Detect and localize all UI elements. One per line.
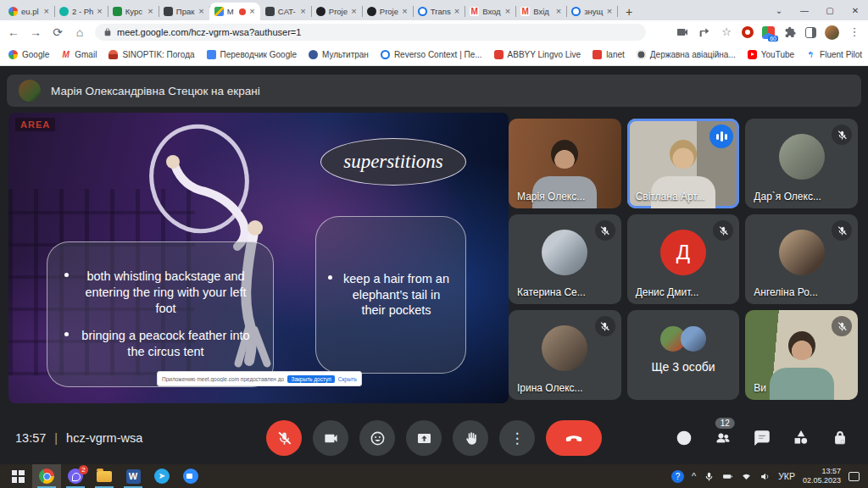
tab-gmail-1[interactable]: Вход× (465, 3, 515, 20)
leave-call-button[interactable] (546, 420, 602, 456)
participant-tile[interactable]: Катерина Се... (509, 214, 621, 304)
google-icon (8, 50, 18, 59)
tab-gmail-2[interactable]: Вхід× (515, 3, 566, 20)
participant-tile-speaking[interactable]: Світлана Арт... (627, 119, 740, 208)
bookmark-multitran[interactable]: Мультитран (309, 50, 369, 59)
tab-proje-2[interactable]: Proje× (362, 3, 413, 20)
share-icon[interactable] (698, 25, 711, 39)
activities-button[interactable] (792, 429, 810, 447)
taskbar-viber[interactable]: 2 (61, 464, 90, 488)
tab-close-icon[interactable]: × (351, 7, 356, 16)
url-text: meet.google.com/hcz-vgrm-wsa?authuser=1 (117, 27, 301, 37)
forward-icon[interactable]: → (29, 25, 42, 39)
hide-notice-link[interactable]: Скрыть (338, 376, 357, 382)
minimize-button[interactable]: — (792, 6, 817, 15)
reactions-button[interactable] (359, 420, 395, 456)
tab-kurs[interactable]: Курс× (108, 3, 159, 20)
meeting-details-button[interactable] (675, 429, 693, 447)
tab-close-icon[interactable]: × (607, 7, 612, 16)
opera-extension-icon[interactable] (742, 26, 754, 38)
keyboard-language[interactable]: УКР (778, 471, 795, 481)
bookmark-reverso[interactable]: Reverso Context | Пе... (381, 50, 482, 59)
bookmark-sinoptik[interactable]: SINOPTIK: Погода (108, 50, 194, 59)
more-participants-avatars (660, 326, 706, 352)
address-bar[interactable]: meet.google.com/hcz-vgrm-wsa?authuser=1 (95, 24, 646, 41)
tab-trans[interactable]: Trans× (413, 3, 465, 20)
participant-tile[interactable]: Марія Олекс... (509, 119, 621, 208)
bookmark-star-icon[interactable]: ☆ (720, 25, 733, 39)
translate-icon (207, 50, 216, 59)
tab-close-icon[interactable]: × (300, 7, 305, 16)
tab-close-icon[interactable]: × (556, 7, 561, 16)
tab-close-icon[interactable]: × (402, 7, 407, 16)
profile-avatar[interactable] (825, 25, 839, 40)
participant-tile[interactable]: Ірина Олекс... (509, 310, 621, 400)
chat-panel-button[interactable] (753, 429, 771, 447)
tray-battery-icon[interactable] (722, 471, 733, 482)
camera-tab-icon[interactable] (676, 25, 689, 39)
help-tray-icon[interactable]: ? (671, 470, 684, 483)
start-button[interactable] (3, 464, 32, 488)
host-controls-button[interactable] (831, 429, 849, 447)
back-icon[interactable]: ← (7, 25, 20, 39)
bookmark-aviation[interactable]: Державна авіаційна... (637, 50, 736, 59)
bookmark-google[interactable]: Google (8, 50, 49, 59)
tray-mic-icon[interactable] (704, 471, 715, 482)
participant-name: Денис Дмит... (636, 286, 699, 298)
bookmark-lanet[interactable]: lanet (593, 50, 625, 59)
tab-label: Прак (176, 7, 196, 16)
tab-znushch[interactable]: знущ× (566, 3, 617, 20)
taskbar-explorer[interactable] (90, 464, 119, 488)
reload-icon[interactable]: ⟳ (51, 25, 64, 39)
camera-toggle-button[interactable] (313, 420, 348, 456)
taskbar-chrome[interactable] (32, 464, 61, 488)
maximize-button[interactable]: ▢ (817, 6, 843, 15)
home-icon[interactable]: ⌂ (73, 25, 86, 39)
extension-badge-icon[interactable]: 60 (762, 26, 775, 39)
tab-prak[interactable]: Прак× (159, 3, 209, 20)
mic-toggle-button[interactable] (266, 420, 302, 456)
tab-eupl[interactable]: eu.pl× (3, 3, 54, 20)
tab-close-icon[interactable]: × (505, 7, 510, 16)
new-tab-button[interactable]: + (620, 3, 637, 20)
extensions-puzzle-icon[interactable] (783, 25, 797, 39)
tab-proje-1[interactable]: Proje× (311, 3, 362, 20)
bookmark-abbyy[interactable]: ABBYY Lingvo Live (494, 50, 581, 59)
notification-center-icon[interactable] (849, 472, 860, 481)
more-participants-tile[interactable]: Ще 3 особи (627, 310, 740, 400)
bookmark-gmail[interactable]: Gmail (61, 50, 97, 59)
self-view-tile[interactable]: Ви (745, 310, 858, 400)
taskbar-word[interactable]: W (119, 464, 147, 488)
participant-tile[interactable]: Ангеліна Ро... (745, 214, 858, 304)
bookmark-fluentpilot[interactable]: Fluent Pilot (806, 50, 862, 59)
tab-close-icon[interactable]: × (249, 7, 254, 16)
tray-volume-icon[interactable] (760, 471, 771, 482)
tab-close-icon[interactable]: × (454, 7, 459, 16)
side-panel-icon[interactable] (805, 27, 816, 38)
tab-meet-active[interactable]: M× (209, 3, 260, 20)
taskbar-telegram[interactable]: ➤ (147, 464, 176, 488)
bookmark-youtube[interactable]: YouTube (748, 50, 794, 59)
tab-close-icon[interactable]: × (147, 7, 153, 16)
participant-tile[interactable]: Дар`я Олекс... (745, 119, 858, 208)
tray-clock[interactable]: 13:57 02.05.2023 (803, 467, 841, 486)
participant-tile[interactable]: Д Денис Дмит... (627, 214, 740, 304)
raise-hand-button[interactable] (453, 420, 488, 456)
participants-panel-button[interactable]: 12 (714, 429, 732, 447)
taskbar-zoom[interactable] (176, 464, 205, 488)
browser-menu-icon[interactable]: ⋮ (848, 25, 861, 39)
tray-wifi-icon[interactable] (741, 471, 752, 482)
tab-cat[interactable]: CAT-× (260, 3, 311, 20)
tray-chevron-icon[interactable]: ^ (692, 471, 696, 481)
present-screen-button[interactable] (406, 420, 442, 456)
tab-phonetics[interactable]: 2 - Ph× (54, 3, 108, 20)
bookmark-translate[interactable]: Переводчик Google (207, 50, 297, 59)
window-close-button[interactable]: ✕ (843, 6, 868, 15)
more-options-button[interactable]: ⋮ (499, 420, 535, 456)
shared-screen-tile[interactable]: AREA superstitions both whistling backst… (8, 113, 509, 403)
tab-search-icon[interactable]: ⌄ (766, 6, 792, 15)
tab-close-icon[interactable]: × (97, 7, 102, 16)
stop-sharing-button[interactable]: Закрыть доступ (287, 375, 334, 383)
tab-close-icon[interactable]: × (198, 7, 203, 16)
tab-close-icon[interactable]: × (44, 7, 49, 16)
